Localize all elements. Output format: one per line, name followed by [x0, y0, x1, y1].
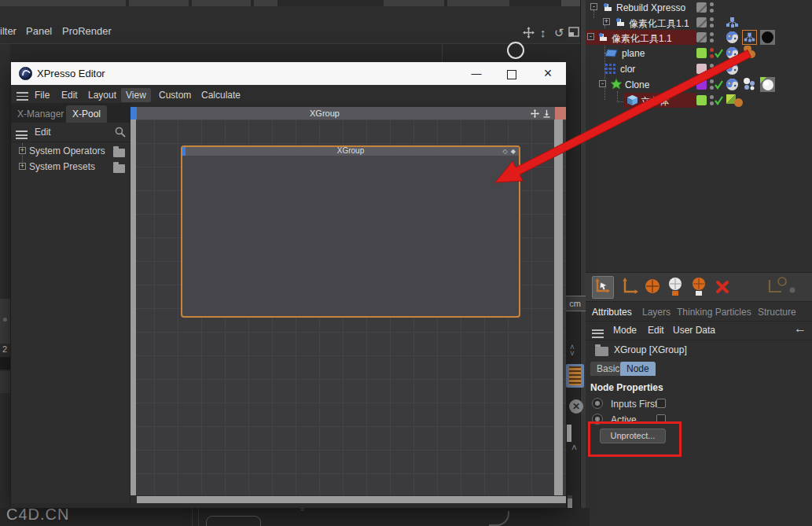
object-label[interactable]: clor — [620, 64, 635, 75]
object-label[interactable]: 立方体 — [641, 95, 669, 109]
tab-layers[interactable]: Layers — [642, 307, 671, 318]
mograph-tag-icon[interactable] — [742, 77, 757, 92]
menu-layout[interactable]: Layout — [83, 88, 121, 102]
scale-icon[interactable]: ↕ — [540, 27, 546, 39]
object-label[interactable]: plane — [622, 48, 645, 59]
maximize-button[interactable] — [498, 62, 525, 85]
enabled-check-icon[interactable] — [714, 79, 724, 90]
xpresso-tag-selected-icon[interactable] — [742, 30, 757, 45]
pool-edit-menu[interactable]: Edit — [35, 127, 51, 138]
display-color-swatch[interactable] — [696, 95, 707, 105]
xgroup-node-header[interactable]: XGroup ◇ ◆ — [182, 147, 519, 156]
object-row[interactable]: plane — [586, 46, 812, 61]
display-color-swatch[interactable] — [696, 64, 707, 74]
display-color-swatch[interactable] — [696, 48, 707, 58]
tab-x-pool[interactable]: X-Pool — [66, 105, 107, 123]
texture-tag-black-icon[interactable] — [760, 30, 775, 45]
object-label[interactable]: Clone — [625, 79, 649, 90]
menu-filter[interactable]: ilter — [0, 25, 17, 37]
menu-edit[interactable]: Edit — [648, 325, 664, 336]
material-thumbnail[interactable] — [566, 364, 584, 388]
canvas-horizontal-scrollbar[interactable] — [137, 496, 566, 503]
menu-view[interactable]: View — [121, 88, 151, 102]
menu-prorender[interactable]: ProRender — [62, 25, 112, 37]
layout-tab[interactable] — [129, 0, 189, 6]
xgroup-node[interactable]: XGroup ◇ ◆ — [181, 145, 520, 318]
display-color-swatch[interactable] — [696, 17, 707, 28]
display-color-swatch[interactable] — [696, 2, 707, 13]
object-label[interactable]: 像素化工具1.1 — [612, 32, 672, 46]
object-row-selected[interactable]: 立方体 — [586, 93, 812, 108]
expression-tag-icon[interactable] — [725, 46, 740, 61]
tab-node[interactable]: Node — [620, 362, 656, 376]
display-color-swatch[interactable] — [696, 79, 707, 90]
menu-edit[interactable]: Edit — [57, 88, 83, 102]
window-titlebar[interactable]: XPresso Editor — × — [11, 62, 566, 85]
tree-item-system-presets[interactable]: + System Presets — [11, 159, 130, 176]
enabled-check-icon[interactable] — [714, 64, 724, 74]
axis-cursor-icon[interactable] — [592, 276, 614, 299]
back-arrow-icon[interactable]: ← — [794, 322, 806, 336]
viewport-toggle-icon[interactable] — [568, 27, 579, 37]
object-label[interactable]: 像素化工具1.1 — [629, 17, 689, 31]
canvas-left-scrollbar[interactable] — [130, 120, 136, 495]
canvas-right-scrollbar[interactable] — [554, 120, 563, 495]
expression-tag-icon[interactable] — [725, 61, 740, 76]
texture-tag-white-icon[interactable] — [760, 77, 775, 92]
tab-x-manager[interactable]: X-Manager — [11, 105, 70, 123]
hamburger-menu-icon[interactable] — [17, 90, 28, 104]
layout-tab[interactable] — [254, 0, 277, 6]
tree-item-system-operators[interactable]: + System Operators — [11, 143, 130, 160]
menu-file[interactable]: File — [30, 88, 54, 102]
expression-tag-icon[interactable] — [725, 77, 740, 92]
inputs-first-checkbox[interactable] — [656, 399, 666, 408]
move-view-icon[interactable] — [531, 109, 539, 118]
xgroup-view-bar[interactable]: XGroup — [130, 107, 566, 120]
menu-custom[interactable]: Custom — [154, 88, 196, 102]
layout-tab[interactable] — [447, 0, 509, 6]
menu-user-data[interactable]: User Data — [673, 325, 715, 336]
sphere-crosshair-icon[interactable] — [642, 276, 664, 299]
close-group-button[interactable] — [555, 107, 566, 120]
object-row-selected[interactable]: - 像素化工具1.1 — [586, 30, 812, 45]
xpresso-canvas[interactable]: XGroup ◇ ◆ — [130, 120, 566, 495]
minimize-button[interactable]: — — [463, 62, 490, 85]
object-label[interactable]: Rebuild Xpresso — [616, 2, 685, 13]
move-icon[interactable] — [523, 27, 535, 39]
menu-panel[interactable]: Panel — [26, 25, 52, 37]
layout-tab[interactable] — [384, 0, 444, 6]
search-icon[interactable] — [115, 127, 126, 138]
xpresso-tag-icon[interactable] — [725, 15, 740, 30]
hamburger-menu-icon[interactable] — [16, 128, 28, 142]
object-row[interactable]: clor — [586, 61, 812, 76]
jump-down-icon[interactable] — [542, 109, 551, 118]
axis-icon[interactable] — [619, 276, 641, 299]
tab-structure[interactable]: Structure — [758, 307, 796, 318]
expand-toggle[interactable]: + — [19, 163, 26, 170]
orange-sphere-icon[interactable] — [733, 97, 748, 112]
orange-sphere-white-box-icon[interactable] — [689, 276, 711, 299]
render-visibility-dot[interactable] — [710, 9, 714, 13]
tab-thinking-particles[interactable]: Thinking Particles — [677, 307, 751, 318]
object-row[interactable]: - Clone — [586, 77, 812, 92]
tab-attributes[interactable]: Attributes — [592, 307, 632, 318]
scrollbar-thumb[interactable] — [567, 425, 571, 442]
render-visibility-dot[interactable] — [710, 39, 714, 42]
tree-item-label[interactable]: System Operators — [29, 145, 105, 156]
rotate-icon[interactable]: ↺ — [554, 27, 564, 39]
expand-toggle[interactable]: - — [590, 3, 597, 10]
editor-visibility-dot[interactable] — [710, 17, 714, 21]
enabled-check-icon[interactable] — [714, 48, 724, 58]
spinner-down-icon[interactable]: ˅ — [570, 349, 575, 358]
enabled-check-icon[interactable] — [714, 95, 724, 105]
object-row[interactable]: + 像素化工具1.1 — [586, 15, 812, 30]
scroll-up-icon[interactable]: ˄ — [571, 443, 577, 454]
protection-spheres-icon[interactable] — [742, 46, 757, 61]
layout-tab[interactable] — [192, 0, 251, 6]
layout-tab[interactable] — [0, 0, 126, 6]
unit-badge[interactable]: cm — [563, 296, 587, 311]
expand-toggle[interactable]: + — [603, 18, 610, 25]
timeline-button-fragment[interactable] — [206, 516, 261, 526]
display-color-swatch[interactable] — [696, 32, 707, 42]
editor-visibility-dot[interactable] — [710, 32, 714, 36]
